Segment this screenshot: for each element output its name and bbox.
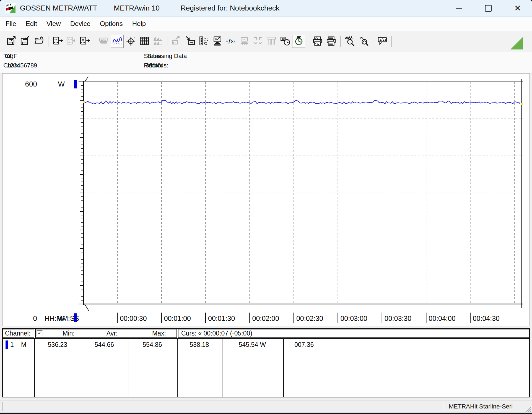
x-tick-label: 00:04:30 bbox=[473, 315, 500, 322]
channel-visible-checkbox[interactable]: ✓ bbox=[37, 330, 43, 336]
device-name: METRAHit Starline-Seri bbox=[449, 403, 513, 410]
y-axis-min-label: 0 bbox=[33, 314, 37, 323]
open-file-icon bbox=[33, 35, 45, 47]
cursor-info-header: Curs: « 00:00:07 (-05:00) bbox=[181, 330, 252, 337]
maximize-button[interactable] bbox=[482, 0, 495, 16]
x-tick-label: 00:03:00 bbox=[340, 315, 367, 322]
multi-probe-icon bbox=[266, 35, 277, 47]
monitor-wave-icon bbox=[212, 35, 223, 47]
trig-value: OFF bbox=[5, 53, 17, 60]
interval-value: 1.0 bbox=[152, 62, 161, 69]
crosshair-axes-icon bbox=[125, 35, 136, 47]
monitor-button[interactable] bbox=[211, 35, 224, 48]
multi-channel-button[interactable] bbox=[265, 35, 278, 48]
toolbar-corner-triangle bbox=[510, 37, 523, 49]
display-1257-icon: 1257 bbox=[98, 35, 109, 47]
open-file-button[interactable] bbox=[32, 35, 45, 48]
table-grid-icon bbox=[139, 35, 150, 47]
chan-label: Chan: 123456789 bbox=[3, 62, 7, 69]
x-tick-label: 00:02:00 bbox=[252, 315, 279, 322]
toolbar-separator bbox=[340, 36, 341, 47]
read-memory-button[interactable]: M bbox=[78, 35, 91, 48]
cursor1-bottom-mark bbox=[85, 304, 89, 311]
toolbar-separator bbox=[48, 36, 48, 47]
probe-pair-button[interactable] bbox=[251, 35, 264, 48]
toolbar-separator bbox=[94, 36, 94, 47]
numeric-display-button[interactable]: 1257 bbox=[97, 35, 110, 48]
menu-item-edit[interactable]: Edit bbox=[21, 17, 42, 31]
time-sync-button[interactable]: 12 bbox=[279, 35, 292, 48]
device-name-panel: METRAHit Starline-Seri bbox=[446, 402, 528, 411]
display-321-icon: 321 bbox=[239, 35, 250, 47]
toolbar-separator bbox=[308, 36, 308, 47]
read-device-button[interactable]: 321 bbox=[51, 35, 64, 48]
title-vendor: GOSSEN METRAWATT bbox=[20, 4, 97, 12]
avr-column-header: Avr: bbox=[98, 330, 126, 337]
delta-value: 007.36 bbox=[294, 341, 314, 349]
cursor2-intersection-marker bbox=[521, 103, 523, 105]
annotation-button[interactable]: 1/23 bbox=[376, 35, 389, 48]
probe-to-disk-icon bbox=[185, 35, 196, 47]
device-config-button[interactable]: 321 bbox=[238, 35, 251, 48]
channel-select-button[interactable] bbox=[197, 35, 210, 48]
menu-item-help[interactable]: Help bbox=[128, 17, 150, 31]
zoom-wave-icon bbox=[358, 35, 369, 47]
probe-pair-icon bbox=[253, 35, 264, 47]
header-underline bbox=[3, 338, 529, 339]
svg-text:1/23: 1/23 bbox=[379, 38, 386, 41]
menu-bar: FileEditViewDeviceOptionsHelp bbox=[0, 17, 532, 31]
xy-view-button[interactable] bbox=[124, 35, 137, 48]
formula-button[interactable]: =f(x) bbox=[224, 35, 237, 48]
toolbar-separator bbox=[373, 36, 373, 47]
channel-marker-bottom bbox=[74, 313, 77, 322]
metrawin-window: GOSSEN METRAWATT METRAwin 10 Registered … bbox=[0, 0, 532, 413]
close-button[interactable]: ✕ bbox=[511, 0, 524, 16]
channel-column-header: Channel: bbox=[5, 330, 30, 337]
printer-icon bbox=[326, 35, 337, 47]
status-bar-message-area bbox=[2, 402, 443, 411]
minimize-icon bbox=[456, 8, 462, 9]
menu-item-device[interactable]: Device bbox=[66, 17, 95, 31]
title-bar: GOSSEN METRAWATT METRAwin 10 Registered … bbox=[0, 0, 532, 17]
chan-value: 123456789 bbox=[7, 62, 37, 69]
zoom-waves-icon bbox=[344, 35, 355, 47]
graph-view-button[interactable] bbox=[111, 35, 124, 48]
svg-text:M: M bbox=[82, 38, 84, 41]
zoom-out-button[interactable] bbox=[357, 35, 370, 48]
min-column-header: Min: bbox=[55, 330, 82, 337]
print-button[interactable] bbox=[325, 35, 338, 48]
graph-curve-icon bbox=[112, 35, 123, 47]
channel-number[interactable]: 1 bbox=[10, 341, 14, 349]
records-label: Records: 301 Intrv. 1.0 bbox=[144, 62, 152, 69]
print-preview-button[interactable] bbox=[311, 35, 324, 48]
device-read-button[interactable] bbox=[184, 35, 197, 48]
menu-item-options[interactable]: Options bbox=[95, 17, 128, 31]
acquisition-status: Trig: OFF Chan: 123456789 Status: Browsi… bbox=[0, 51, 532, 73]
device-m-arrow-right-icon: M bbox=[79, 35, 90, 47]
svg-text:f: f bbox=[229, 39, 230, 44]
device-321-arrow-right-icon: 321 bbox=[52, 35, 63, 47]
speech-bubble-123-icon: 1/23 bbox=[377, 35, 388, 47]
table-view-button[interactable] bbox=[138, 35, 151, 48]
histogram-view-button[interactable] bbox=[151, 35, 164, 48]
save-button[interactable] bbox=[19, 35, 32, 48]
x-tick-label: 00:01:00 bbox=[164, 315, 191, 322]
y-axis-unit-top: W bbox=[58, 80, 65, 88]
y-axis-max-label: 600 bbox=[25, 80, 37, 88]
save-as-button[interactable] bbox=[5, 35, 18, 48]
save-icon bbox=[20, 35, 31, 47]
minimize-button[interactable] bbox=[453, 0, 465, 16]
maximize-icon bbox=[485, 5, 492, 12]
svg-text:(x): (x) bbox=[230, 40, 234, 43]
title-app-name: METRAwin 10 bbox=[114, 4, 160, 12]
menu-item-view[interactable]: View bbox=[42, 17, 66, 31]
resize-grip[interactable] bbox=[525, 406, 531, 412]
green-clock-icon bbox=[293, 35, 304, 47]
x-tick-label: 00:00:30 bbox=[120, 315, 147, 322]
device-save-button[interactable] bbox=[170, 35, 183, 48]
menu-item-file[interactable]: File bbox=[1, 17, 21, 31]
zoom-in-button[interactable] bbox=[343, 35, 356, 48]
svg-text:321: 321 bbox=[242, 38, 246, 41]
live-clock-button[interactable] bbox=[292, 35, 305, 48]
write-device-button[interactable]: 321 bbox=[65, 35, 78, 48]
